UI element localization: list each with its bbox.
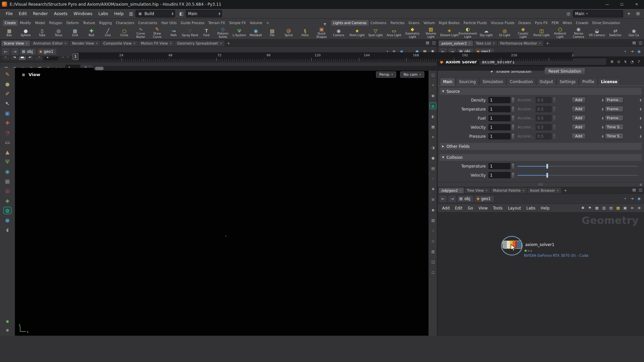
add-spinner[interactable]: ▲▼	[602, 108, 604, 111]
shelf-tool[interactable]: ☁ Sky Light	[477, 28, 495, 37]
value-ladder-handle[interactable]	[512, 116, 514, 121]
update-mode-icon[interactable]: ●	[4, 318, 11, 324]
parameter-tab[interactable]: Profile	[579, 78, 597, 85]
maximize-button[interactable]: ◻	[614, 0, 629, 9]
pane-tab[interactable]: Asset Browser ✕	[528, 188, 561, 193]
add-spinner[interactable]: ▲▼	[602, 99, 604, 102]
textures-icon[interactable]: ▤	[430, 165, 436, 171]
network-menu-item[interactable]: View	[476, 205, 490, 212]
shelf-tab[interactable]: Deform	[64, 20, 81, 26]
shelf-tool[interactable]: ◒ VR Camera	[588, 28, 606, 37]
shelf-tab[interactable]: Model	[33, 20, 47, 26]
network-menu-item[interactable]: Tools	[490, 205, 505, 212]
close-tab-icon[interactable]: ✕	[25, 42, 28, 45]
desktop-icon[interactable]: ◧	[178, 10, 185, 17]
path-node-chip[interactable]: ◆ geo1	[475, 196, 494, 202]
path-node-chip[interactable]: ◆ geo1	[38, 49, 56, 55]
slider-handle[interactable]	[546, 173, 548, 178]
comb-tool-icon[interactable]: ✐	[4, 90, 11, 97]
new-pane-tab-button[interactable]: +	[225, 41, 232, 46]
add-spinner[interactable]: ▲▼	[602, 135, 604, 138]
shelf-tab[interactable]: Constraints	[136, 20, 159, 26]
mode-spinner[interactable]: ▲▼	[640, 108, 641, 111]
shelf-tool[interactable]: ◉ Camera	[329, 28, 348, 37]
pane-tab[interactable]: Tree View ✕	[465, 188, 490, 193]
network-canvas[interactable]: Geometry axiom_solver1 NVIDIA GeForce RT…	[437, 213, 644, 336]
list-view-icon[interactable]: ▥	[601, 205, 607, 211]
shelf-tab[interactable]: Texture	[81, 20, 97, 26]
shelf-tool[interactable]: ◎ Torus	[50, 28, 67, 37]
add-spinner[interactable]: ▲▼	[602, 117, 604, 120]
accel-value-field[interactable]: 0.5	[536, 133, 552, 139]
template-flag[interactable]	[528, 250, 529, 252]
menu-item[interactable]: Help	[111, 10, 127, 17]
hud-info-icon[interactable]: ◻	[430, 269, 436, 275]
pane-menu-icon[interactable]: ▤	[631, 40, 637, 46]
bypass-flag[interactable]	[530, 250, 532, 252]
shelf-dock-icon[interactable]: ▥	[128, 10, 135, 17]
mode-spinner[interactable]: ▲▼	[640, 126, 641, 129]
accel-ladder-handle[interactable]	[553, 134, 555, 139]
shelf-tool[interactable]: Ψ L-System	[231, 28, 248, 37]
language-icon[interactable]: ↯	[623, 59, 628, 65]
shelf-tool[interactable]: ◎ GI Light	[495, 28, 514, 37]
shelf-tool[interactable]: ○ Circle	[116, 28, 132, 37]
thumbnails-icon[interactable]: ▣	[622, 205, 628, 211]
pose-tool-icon[interactable]: ▲	[4, 149, 11, 156]
flipbook-icon[interactable]: ▦	[4, 178, 11, 185]
slider-handle[interactable]	[546, 164, 548, 169]
layout-grid-icon[interactable]: ⊞	[635, 10, 641, 17]
shelf-tab[interactable]: Polygon	[47, 20, 64, 26]
cook-mode-icon[interactable]: ◔	[629, 59, 635, 65]
color-palette-icon[interactable]: ▩	[615, 205, 621, 211]
shelf-tab[interactable]: Rigging	[97, 20, 114, 26]
translate-tool-icon[interactable]: ✚	[4, 120, 11, 126]
close-button[interactable]: ×	[629, 0, 644, 9]
lattice-tool-icon[interactable]: ◎	[4, 188, 11, 194]
add-button[interactable]: Add	[572, 124, 586, 130]
parameter-tab[interactable]: Output	[537, 78, 556, 85]
pane-split-icon[interactable]: ◫	[638, 187, 643, 193]
shelf-tab[interactable]: Particle Fluids	[462, 20, 489, 26]
draw-curve-tool-icon[interactable]: ✎	[4, 71, 11, 78]
shelf-tool[interactable]: ▨ Volume Light	[422, 26, 440, 39]
view-mode-icon[interactable]: ◻	[430, 72, 436, 78]
mode-dropdown[interactable]: Frame...	[605, 106, 624, 112]
shelf-tab[interactable]: Hair Utils	[159, 20, 179, 26]
parm-value-field[interactable]: 1	[488, 133, 511, 139]
parm-value-field[interactable]: 1	[488, 115, 511, 121]
accel-ladder-handle[interactable]	[553, 125, 555, 130]
shelf-tab[interactable]: Guide Process	[179, 20, 206, 26]
shelf-tool[interactable]: T Font	[198, 28, 215, 37]
add-spinner[interactable]: ▲▼	[602, 126, 604, 129]
accel-value-field[interactable]: 0.5	[536, 97, 552, 103]
parm-value-field[interactable]: 1	[488, 124, 511, 130]
bounds-display-icon[interactable]: ◇	[430, 238, 436, 244]
pane-split-icon[interactable]: ◫	[431, 40, 437, 46]
add-button[interactable]: Add	[572, 97, 586, 103]
collision-section-header[interactable]: ▼ Collision	[440, 154, 642, 161]
grid-toggle-icon[interactable]: ⊞	[430, 196, 436, 202]
shelf-set-combo[interactable]: ▦ Build ▲▼	[136, 10, 175, 17]
close-tab-icon[interactable]: ✕	[493, 42, 495, 45]
pane-tab[interactable]: Material Palette ✕	[491, 188, 527, 193]
accel-ladder-handle[interactable]	[553, 107, 555, 112]
background-image-icon[interactable]: ▥	[430, 248, 436, 254]
network-list-icon[interactable]: ≡	[629, 205, 635, 211]
shelf-tool[interactable]: ○ Ambient Light	[551, 26, 569, 39]
shelf-tool[interactable]: ◉ Metaball	[248, 28, 264, 37]
shelf-tab[interactable]: Terrain FX	[206, 20, 227, 26]
pane-tab[interactable]: Render View ✕	[70, 41, 100, 46]
shelf-tab[interactable]: Create	[3, 20, 18, 26]
parameter-tab[interactable]: Settings	[557, 78, 579, 85]
shadows-icon[interactable]: ◑	[430, 144, 436, 150]
parm-value-field[interactable]: 1	[488, 163, 511, 169]
pane-tab[interactable]: Composite View ✕	[101, 41, 138, 46]
shelf-tool[interactable]: ∵ Spray Paint	[182, 28, 198, 37]
shelf-tool[interactable]: ⇄ Switcher	[606, 28, 625, 37]
parm-slider[interactable]	[518, 173, 638, 178]
accel-ladder-handle[interactable]	[553, 98, 555, 103]
accel-ladder-handle[interactable]	[553, 116, 555, 121]
sculpt-tool-icon[interactable]: ●	[4, 81, 11, 87]
value-ladder-handle[interactable]	[512, 98, 514, 103]
